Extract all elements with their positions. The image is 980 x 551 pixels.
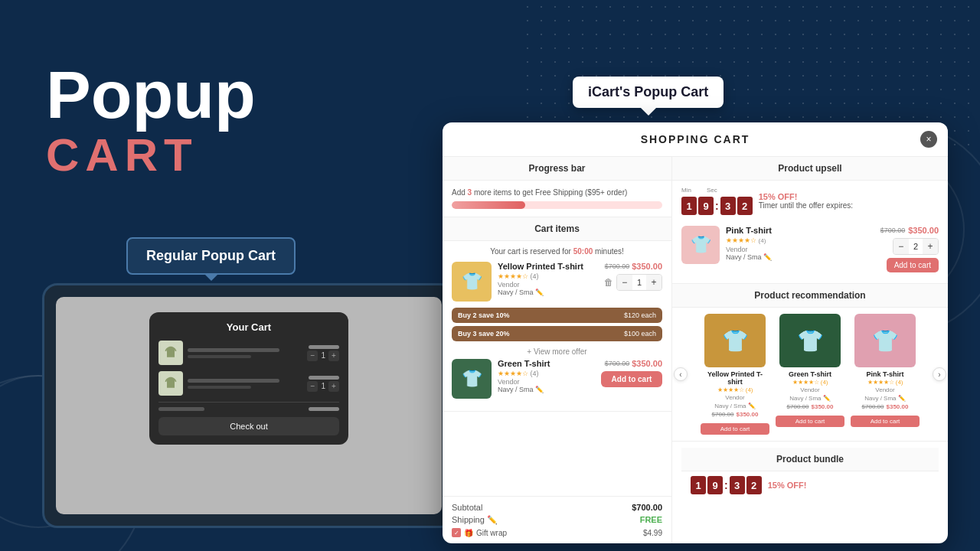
product-qty-controller-1: − 1 + <box>616 274 662 291</box>
upsell-column: Product upsell Min Sec 1 9 : <box>672 157 948 543</box>
product-add-to-cart-2[interactable]: Add to cart <box>601 371 662 387</box>
timer-labels: Min Sec <box>681 187 753 195</box>
modal-body: Progress bar Add 3 more items to get Fre… <box>443 157 948 543</box>
tablet-item-details-1 <box>188 348 302 358</box>
rec-add-pink[interactable]: Add to cart <box>851 416 920 427</box>
product-price-sale-1: $350.00 <box>632 262 662 271</box>
product-qty-minus-1[interactable]: − <box>617 275 632 290</box>
upsell-product-variant: Navy / Sma ✏️ <box>726 253 864 261</box>
view-more-offers[interactable]: + View more offer <box>452 344 662 359</box>
upsell-product-name: Pink T-shirt <box>726 226 864 235</box>
tablet-cart-title: Your Cart <box>158 321 339 333</box>
subtotal-amount: $700.00 <box>632 503 662 512</box>
tablet-qty-plus-1[interactable]: + <box>328 350 339 361</box>
product-price-sale-2: $350.00 <box>632 359 662 368</box>
product-delete-1[interactable]: 🗑 <box>604 277 613 288</box>
tablet-cart-panel: Your Cart − 1 + <box>149 312 348 445</box>
rec-sale-yellow: $350.00 <box>737 411 759 418</box>
timer-digit-3: 3 <box>720 197 736 215</box>
timer-colon: : <box>714 200 720 212</box>
product-upsell-section: Product upsell Min Sec 1 9 : <box>672 157 948 284</box>
carousel-arrow-left[interactable]: ‹ <box>674 367 688 381</box>
product-stars-2: ★★★★☆ (4) <box>498 370 595 377</box>
subtotal-label: Subtotal <box>452 503 482 512</box>
tablet-screen: Your Cart − 1 + <box>56 297 442 514</box>
modal-close-button[interactable]: × <box>920 131 937 148</box>
upsell-add-to-cart-button[interactable]: Add to cart <box>887 258 939 272</box>
timer-digit-2: 9 <box>698 197 714 215</box>
tablet-item-price-1: − 1 + <box>307 345 339 361</box>
shopping-cart-modal: SHOPPING CART × Progress bar Add 3 more … <box>443 122 948 543</box>
rec-item-pink: 👕 Pink T-shirt ★★★★☆ (4) Vendor Navy / S… <box>851 314 920 435</box>
rec-vendor-yellow: Vendor <box>701 394 769 401</box>
product-thumb-2: 👕 <box>452 359 492 399</box>
tablet-mockup: Your Cart − 1 + <box>42 283 456 528</box>
rec-add-green[interactable]: Add to cart <box>776 416 844 427</box>
upsell-product-vendor: Vendor <box>726 246 864 253</box>
rec-name-pink: Pink T-shirt <box>851 370 920 378</box>
shipping-value: FREE <box>640 515 662 525</box>
cart-product-2: 👕 Green T-shirt ★★★★☆ (4) Vendor Navy / … <box>452 359 662 399</box>
progress-highlight: 3 <box>468 188 472 197</box>
subtotal-line: Subtotal $700.00 <box>452 503 662 512</box>
regular-popup-badge: Regular Popup Cart <box>126 237 296 275</box>
product-qty-value-1: 1 <box>632 278 646 287</box>
upsell-prices: $700.00 $350.00 <box>880 226 939 235</box>
tablet-qty-minus-2[interactable]: − <box>307 381 318 392</box>
rec-item-yellow: 👕 Yellow Printed T-shirt ★★★★☆ (4) Vendo… <box>701 314 769 435</box>
rec-vendor-pink: Vendor <box>851 386 920 393</box>
bundle-timer-digit-1: 1 <box>691 476 706 494</box>
rec-add-yellow[interactable]: Add to cart <box>701 423 769 435</box>
product-name-1: Yellow Printed T-shirt <box>498 262 595 271</box>
carousel-arrow-right[interactable]: › <box>933 367 946 381</box>
product-variant-2: Navy / Sma ✏️ <box>498 386 595 393</box>
bundle-timer-colon: : <box>723 479 730 491</box>
upsell-timer-row: Min Sec 1 9 : 3 2 1 <box>681 187 939 215</box>
rec-stars-pink: ★★★★☆ (4) <box>851 379 920 386</box>
upsell-qty-plus[interactable]: + <box>923 239 938 254</box>
modal-header: SHOPPING CART × <box>443 122 948 157</box>
upsell-qty-minus[interactable]: − <box>893 239 909 254</box>
tablet-price-bar-2 <box>309 376 339 380</box>
tablet-item-name-bar-2 <box>188 379 279 383</box>
timer-sec-label: Sec <box>707 187 717 194</box>
timer-min-label: Min <box>681 187 691 194</box>
product-qty-plus-1[interactable]: + <box>646 275 662 290</box>
tablet-qty-plus-2[interactable]: + <box>328 381 339 392</box>
hero-section: Popup CART <box>46 61 256 181</box>
gift-row: ✓ 🎁 Gift wrap $4.99 <box>452 528 662 537</box>
tablet-price-bar-1 <box>309 345 339 349</box>
upsell-product-stars: ★★★★☆ (4) <box>726 236 864 244</box>
rec-sale-pink: $350.00 <box>887 403 909 410</box>
tablet-qty-2: − 1 + <box>307 381 339 392</box>
rec-orig-yellow: $700.00 <box>712 411 734 418</box>
tablet-item-img-2 <box>158 371 183 396</box>
rec-thumb-yellow: 👕 <box>704 314 766 367</box>
product-variant-1: Navy / Sma ✏️ <box>498 289 595 296</box>
tablet-qty-minus-1[interactable]: − <box>307 350 318 361</box>
progress-bar-header: Progress bar <box>443 157 671 181</box>
product-recommendation-section: Product recommendation ‹ 👕 Yellow Printe… <box>672 284 948 442</box>
rec-orig-green: $700.00 <box>787 403 809 410</box>
tablet-item-desc-bar-1 <box>188 355 251 358</box>
gift-label: Gift wrap <box>476 529 507 537</box>
tablet-cart-item-2: − 1 + <box>158 371 339 396</box>
progress-bar-container <box>452 201 662 209</box>
rec-prices-green: $700.00 $350.00 <box>776 403 844 410</box>
upsell-price-sale: $350.00 <box>908 226 939 235</box>
upsell-product-thumb: 👕 <box>681 226 720 264</box>
tablet-item-desc-bar-2 <box>188 386 251 389</box>
bundle-offer-2[interactable]: Buy 3 save 20% $100 each <box>452 326 662 341</box>
tablet-checkout-button[interactable]: Check out <box>158 417 339 435</box>
rec-stars-yellow: ★★★★☆ (4) <box>701 386 769 393</box>
tablet-qty-val-1: 1 <box>321 351 325 360</box>
product-info-2: Green T-shirt ★★★★☆ (4) Vendor Navy / Sm… <box>498 359 595 393</box>
product-thumb-1: 👕 <box>452 262 492 302</box>
bundle-offer-1[interactable]: Buy 2 save 10% $120 each <box>452 308 662 323</box>
tablet-cart-item-1: − 1 + <box>158 341 339 365</box>
modal-title: SHOPPING CART <box>641 133 750 145</box>
product-price-original-2: $700.00 <box>605 360 630 367</box>
product-price-col-2: $700.00 $350.00 Add to cart <box>601 359 662 387</box>
gift-checkbox[interactable]: ✓ <box>452 528 461 537</box>
bundle-timer-row: 1 9 : 3 2 15% OFF! <box>681 471 939 499</box>
